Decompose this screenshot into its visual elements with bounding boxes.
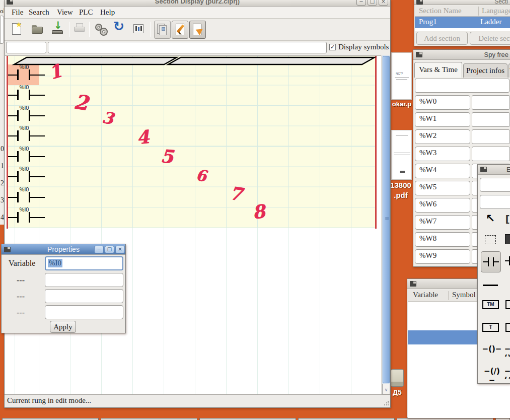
sections-titlebar[interactable]: Secti	[414, 0, 510, 5]
tool-partial[interactable]	[505, 300, 510, 309]
resize-grip[interactable]	[384, 401, 389, 406]
open-folder-icon[interactable]	[31, 23, 46, 38]
field-input[interactable]	[45, 273, 123, 287]
tool-partial[interactable]: −(∕)−	[504, 367, 510, 379]
window-icon[interactable]	[480, 167, 487, 172]
contact-tool-selected[interactable]	[481, 251, 501, 272]
menu-plc[interactable]: PLC	[79, 8, 93, 17]
watch-var[interactable]: %W4	[415, 164, 470, 178]
ladder-contact[interactable]: %I0	[8, 105, 46, 125]
watch-var[interactable]: %W7	[415, 215, 470, 230]
ladder-grid[interactable]	[8, 56, 376, 228]
menu-help[interactable]: Help	[100, 8, 115, 17]
watch-var[interactable]: %W8	[415, 232, 470, 247]
watch-var[interactable]: %W3	[415, 147, 470, 161]
desktop-icon-label[interactable]: okar.p	[388, 100, 416, 108]
pointer-tool[interactable]: ↖	[483, 212, 498, 227]
scrollbar-thumb[interactable]: ≡	[383, 56, 390, 383]
add-section-button[interactable]: Add section	[416, 32, 468, 45]
watch-var[interactable]: %W5	[415, 181, 470, 195]
maximize-button[interactable]: □	[105, 246, 114, 253]
watch-var[interactable]: %W6	[415, 198, 470, 213]
field-input[interactable]	[45, 305, 123, 319]
edit-page-button[interactable]	[172, 21, 188, 39]
field-input[interactable]	[45, 289, 123, 303]
ladder-contact[interactable]: %I0	[8, 187, 46, 207]
ladder-contact[interactable]: %I0	[8, 207, 46, 227]
display-symbols-checkbox[interactable]: ✓	[329, 44, 336, 50]
ladder-contact[interactable]: %I0	[8, 64, 46, 85]
window-icon[interactable]	[410, 281, 416, 287]
main-titlebar[interactable]: Section Display (pur2.clprj) ─ □ ×	[5, 0, 390, 7]
watch-value-input[interactable]	[472, 112, 510, 127]
close-button[interactable]: ×	[379, 0, 388, 6]
watch-var[interactable]: %W9	[415, 249, 470, 264]
tool-partial[interactable]: [	[504, 213, 510, 226]
ladder-contact[interactable]: %I0	[8, 166, 46, 186]
ladder-contact[interactable]: %I0	[8, 125, 46, 146]
copy-pages-button[interactable]	[154, 21, 171, 39]
scroll-down-button[interactable]: ∨	[382, 384, 390, 394]
spy-filter-input[interactable]	[415, 79, 509, 93]
tab-vars-time[interactable]: Vars & Time	[414, 62, 462, 78]
window-icon[interactable]	[416, 0, 423, 5]
tool-partial[interactable]	[505, 323, 510, 332]
watch-var[interactable]: %W2	[415, 129, 470, 144]
build-icon[interactable]	[93, 22, 108, 37]
variable-input[interactable]: %I0	[45, 256, 123, 270]
toolbox-combo-1[interactable]	[480, 178, 510, 192]
ladder-contact[interactable]: %I0	[8, 146, 46, 166]
delete-section-button[interactable]: Delete section	[470, 32, 510, 45]
menu-file[interactable]: File	[12, 8, 23, 17]
new-document-icon[interactable]: ★	[11, 22, 26, 37]
select-mode-button[interactable]	[189, 21, 206, 39]
taskbar-button[interactable]	[199, 418, 296, 420]
taskbar-button[interactable]	[101, 418, 197, 420]
column-divider[interactable]	[478, 7, 479, 16]
toolbox-combo-2[interactable]	[480, 195, 510, 209]
maximize-button[interactable]: □	[368, 0, 377, 6]
tab-project-infos[interactable]: Project infos	[463, 63, 507, 78]
section-row-selected[interactable]: Prog1 Ladder	[415, 17, 510, 28]
negated-coil-tool[interactable]: −(∕)−	[481, 367, 503, 379]
pdf-thumbnail-2[interactable]	[391, 130, 412, 180]
menu-search[interactable]: Search	[29, 8, 49, 17]
save-icon[interactable]: ↓	[51, 22, 66, 37]
coil-tool[interactable]: −()−	[481, 344, 503, 357]
minimize-button[interactable]: ─	[94, 246, 104, 253]
address-input[interactable]	[6, 42, 46, 53]
close-button[interactable]: ×	[115, 246, 125, 253]
pdf-thumbnail-1[interactable]: NCT*	[391, 52, 412, 100]
ladder-contact[interactable]: %I0	[8, 85, 46, 105]
taskbar-button[interactable]	[397, 418, 493, 420]
properties-titlebar[interactable]: Properties ─ □ ×	[2, 244, 125, 255]
window-icon[interactable]	[416, 52, 422, 57]
rung-header-banner[interactable]	[10, 56, 381, 66]
tool-partial[interactable]: −()−	[504, 344, 510, 357]
tm-block-tool[interactable]: TM	[482, 300, 499, 309]
menu-view[interactable]: View	[57, 8, 73, 17]
print-icon[interactable]	[73, 23, 88, 38]
watch-value-input[interactable]	[472, 147, 510, 161]
taskbar-button[interactable]	[298, 418, 395, 420]
taskbar-button[interactable]	[2, 418, 99, 420]
taskbar-button[interactable]	[495, 418, 510, 420]
minimize-button[interactable]: ─	[356, 0, 366, 6]
filter-input[interactable]	[48, 42, 327, 53]
desktop-icon-label[interactable]: Д5	[389, 388, 406, 396]
watch-value-input[interactable]	[472, 129, 510, 144]
apply-button[interactable]: Apply	[50, 321, 76, 333]
tool-partial[interactable]	[505, 234, 510, 244]
select-rect-tool[interactable]	[485, 235, 496, 244]
watch-var[interactable]: %W1	[415, 112, 470, 127]
watch-value-input[interactable]	[472, 95, 510, 110]
ladder-editor[interactable]: %I0 %I0 %I0 %I0 %I0 %I0 %I0 %I0 1 2 3 4 …	[5, 55, 381, 394]
toolbox-titlebar[interactable]: E	[478, 165, 510, 175]
column-divider[interactable]	[448, 291, 449, 300]
wire-tool[interactable]	[483, 285, 498, 286]
refresh-icon[interactable]: ↻	[112, 21, 127, 36]
spy-titlebar[interactable]: Spy free	[413, 50, 510, 60]
desktop-icon-d5[interactable]	[391, 369, 404, 387]
watch-var[interactable]: %W0	[415, 95, 470, 110]
options-icon[interactable]	[132, 23, 148, 38]
